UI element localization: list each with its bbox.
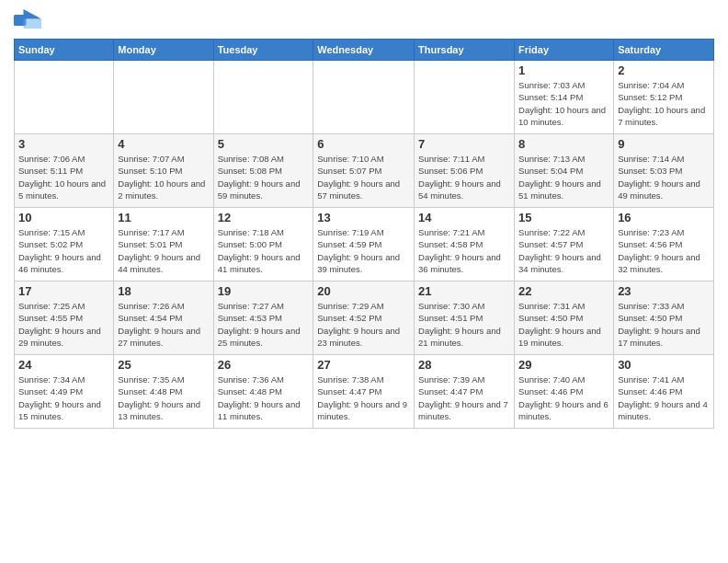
calendar-cell-4: 4Sunrise: 7:07 AMSunset: 5:10 PMDaylight… [114,134,213,208]
day-info-10: Sunrise: 7:15 AMSunset: 5:02 PMDaylight:… [18,226,109,275]
day-number-2: 2 [618,63,710,77]
calendar-cell-9: 9Sunrise: 7:14 AMSunset: 5:03 PMDaylight… [614,134,714,208]
day-info-5: Sunrise: 7:08 AMSunset: 5:08 PMDaylight:… [218,153,310,201]
day-number-8: 8 [518,137,609,151]
calendar-cell-19: 19Sunrise: 7:27 AMSunset: 4:53 PMDayligh… [213,282,313,355]
calendar-header-row: SundayMondayTuesdayWednesdayThursdayFrid… [15,40,714,61]
day-number-21: 21 [418,284,510,298]
day-info-1: Sunrise: 7:03 AMSunset: 5:14 PMDaylight:… [518,79,609,128]
day-info-30: Sunrise: 7:41 AMSunset: 4:46 PMDaylight:… [618,373,710,422]
day-info-6: Sunrise: 7:10 AMSunset: 5:07 PMDaylight:… [317,153,410,201]
calendar-cell-empty [114,61,213,134]
calendar-cell-27: 27Sunrise: 7:38 AMSunset: 4:47 PMDayligh… [313,355,415,429]
day-info-12: Sunrise: 7:18 AMSunset: 5:00 PMDaylight:… [218,226,310,275]
day-info-7: Sunrise: 7:11 AMSunset: 5:06 PMDaylight:… [418,153,510,201]
svg-marker-1 [24,9,42,19]
day-info-24: Sunrise: 7:34 AMSunset: 4:49 PMDaylight:… [18,373,109,422]
calendar-cell-2: 2Sunrise: 7:04 AMSunset: 5:12 PMDaylight… [614,61,714,134]
calendar-cell-6: 6Sunrise: 7:10 AMSunset: 5:07 PMDaylight… [313,134,415,208]
day-number-17: 17 [18,284,109,298]
calendar-cell-30: 30Sunrise: 7:41 AMSunset: 4:46 PMDayligh… [614,355,714,429]
day-info-8: Sunrise: 7:13 AMSunset: 5:04 PMDaylight:… [518,153,609,201]
calendar-cell-5: 5Sunrise: 7:08 AMSunset: 5:08 PMDaylight… [213,134,313,208]
calendar-header-wednesday: Wednesday [313,40,415,61]
day-number-10: 10 [18,211,109,224]
calendar-week-4: 24Sunrise: 7:34 AMSunset: 4:49 PMDayligh… [15,355,714,429]
calendar-week-1: 3Sunrise: 7:06 AMSunset: 5:11 PMDaylight… [15,134,714,208]
day-number-13: 13 [317,211,410,224]
day-number-26: 26 [218,358,310,372]
page: SundayMondayTuesdayWednesdayThursdayFrid… [0,0,728,563]
calendar-cell-empty [415,61,515,134]
logo-icon [14,9,41,31]
calendar-cell-8: 8Sunrise: 7:13 AMSunset: 5:04 PMDaylight… [515,134,614,208]
day-info-13: Sunrise: 7:19 AMSunset: 4:59 PMDaylight:… [317,226,410,275]
day-info-15: Sunrise: 7:22 AMSunset: 4:57 PMDaylight:… [518,226,609,275]
calendar-cell-17: 17Sunrise: 7:25 AMSunset: 4:55 PMDayligh… [15,282,114,355]
day-number-5: 5 [218,137,310,151]
header [14,9,714,31]
day-number-9: 9 [618,137,710,151]
calendar-cell-23: 23Sunrise: 7:33 AMSunset: 4:50 PMDayligh… [614,282,714,355]
calendar-cell-13: 13Sunrise: 7:19 AMSunset: 4:59 PMDayligh… [313,208,415,282]
day-info-2: Sunrise: 7:04 AMSunset: 5:12 PMDaylight:… [618,79,710,128]
calendar-cell-11: 11Sunrise: 7:17 AMSunset: 5:01 PMDayligh… [114,208,213,282]
day-number-11: 11 [118,211,209,224]
day-info-9: Sunrise: 7:14 AMSunset: 5:03 PMDaylight:… [618,153,710,201]
calendar-cell-15: 15Sunrise: 7:22 AMSunset: 4:57 PMDayligh… [515,208,614,282]
day-info-23: Sunrise: 7:33 AMSunset: 4:50 PMDaylight:… [618,300,710,349]
day-number-28: 28 [418,358,510,372]
calendar-cell-empty [213,61,313,134]
calendar-cell-22: 22Sunrise: 7:31 AMSunset: 4:50 PMDayligh… [515,282,614,355]
calendar-cell-20: 20Sunrise: 7:29 AMSunset: 4:52 PMDayligh… [313,282,415,355]
calendar-header-sunday: Sunday [15,40,114,61]
day-number-1: 1 [518,63,609,77]
calendar-cell-empty [15,61,114,134]
day-number-19: 19 [218,284,310,298]
day-info-20: Sunrise: 7:29 AMSunset: 4:52 PMDaylight:… [317,300,410,349]
day-number-4: 4 [118,137,209,151]
day-number-29: 29 [518,358,609,372]
calendar-cell-12: 12Sunrise: 7:18 AMSunset: 5:00 PMDayligh… [213,208,313,282]
calendar-cell-7: 7Sunrise: 7:11 AMSunset: 5:06 PMDaylight… [415,134,515,208]
calendar-cell-21: 21Sunrise: 7:30 AMSunset: 4:51 PMDayligh… [415,282,515,355]
day-info-16: Sunrise: 7:23 AMSunset: 4:56 PMDaylight:… [618,226,710,275]
calendar-cell-10: 10Sunrise: 7:15 AMSunset: 5:02 PMDayligh… [15,208,114,282]
day-number-12: 12 [218,211,310,224]
calendar-cell-25: 25Sunrise: 7:35 AMSunset: 4:48 PMDayligh… [114,355,213,429]
day-number-30: 30 [618,358,710,372]
calendar-cell-29: 29Sunrise: 7:40 AMSunset: 4:46 PMDayligh… [515,355,614,429]
calendar-header-friday: Friday [515,40,614,61]
calendar-cell-28: 28Sunrise: 7:39 AMSunset: 4:47 PMDayligh… [415,355,515,429]
day-info-14: Sunrise: 7:21 AMSunset: 4:58 PMDaylight:… [418,226,510,275]
day-number-25: 25 [118,358,209,372]
day-info-25: Sunrise: 7:35 AMSunset: 4:48 PMDaylight:… [118,373,209,422]
calendar-week-3: 17Sunrise: 7:25 AMSunset: 4:55 PMDayligh… [15,282,714,355]
day-info-19: Sunrise: 7:27 AMSunset: 4:53 PMDaylight:… [218,300,310,349]
day-number-3: 3 [18,137,109,151]
day-info-3: Sunrise: 7:06 AMSunset: 5:11 PMDaylight:… [18,153,109,201]
day-number-23: 23 [618,284,710,298]
day-number-27: 27 [317,358,410,372]
calendar-cell-24: 24Sunrise: 7:34 AMSunset: 4:49 PMDayligh… [15,355,114,429]
day-info-28: Sunrise: 7:39 AMSunset: 4:47 PMDaylight:… [418,373,510,422]
calendar-header-thursday: Thursday [415,40,515,61]
day-info-11: Sunrise: 7:17 AMSunset: 5:01 PMDaylight:… [118,226,209,275]
day-info-29: Sunrise: 7:40 AMSunset: 4:46 PMDaylight:… [518,373,609,422]
calendar-week-2: 10Sunrise: 7:15 AMSunset: 5:02 PMDayligh… [15,208,714,282]
day-info-21: Sunrise: 7:30 AMSunset: 4:51 PMDaylight:… [418,300,510,349]
calendar-cell-18: 18Sunrise: 7:26 AMSunset: 4:54 PMDayligh… [114,282,213,355]
day-info-17: Sunrise: 7:25 AMSunset: 4:55 PMDaylight:… [18,300,109,349]
day-info-27: Sunrise: 7:38 AMSunset: 4:47 PMDaylight:… [317,373,410,422]
calendar-cell-26: 26Sunrise: 7:36 AMSunset: 4:48 PMDayligh… [213,355,313,429]
day-number-22: 22 [518,284,609,298]
day-number-20: 20 [317,284,410,298]
svg-marker-2 [24,19,42,29]
calendar-cell-3: 3Sunrise: 7:06 AMSunset: 5:11 PMDaylight… [15,134,114,208]
calendar-week-0: 1Sunrise: 7:03 AMSunset: 5:14 PMDaylight… [15,61,714,134]
day-number-7: 7 [418,137,510,151]
day-number-24: 24 [18,358,109,372]
day-info-26: Sunrise: 7:36 AMSunset: 4:48 PMDaylight:… [218,373,310,422]
day-info-22: Sunrise: 7:31 AMSunset: 4:50 PMDaylight:… [518,300,609,349]
day-info-18: Sunrise: 7:26 AMSunset: 4:54 PMDaylight:… [118,300,209,349]
